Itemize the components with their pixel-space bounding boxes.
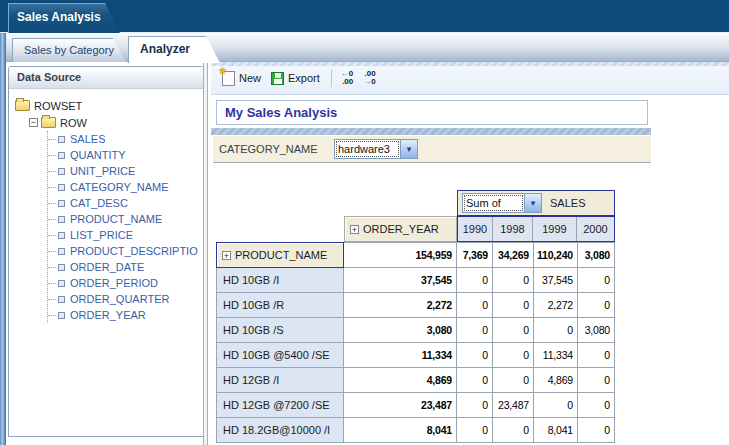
- star-icon: ★: [218, 65, 227, 76]
- row-label[interactable]: HD 12GB /I: [216, 368, 344, 393]
- total-cell: 34,269: [493, 242, 534, 268]
- tree-field-list: SALES QUANTITY UNIT_PRICE: [47, 131, 203, 323]
- tree-connector: [48, 315, 56, 316]
- field-icon: [58, 200, 65, 207]
- decorative-strip: [211, 128, 651, 135]
- chevron-down-icon[interactable]: ▾: [524, 194, 541, 212]
- panel-title: Data Source: [9, 67, 203, 89]
- data-cell: 0: [534, 318, 578, 343]
- tree-field-item[interactable]: CATEGORY_NAME: [48, 179, 203, 195]
- data-cell: 0: [578, 393, 615, 418]
- data-cell: 0: [578, 293, 615, 318]
- grand-total-cell: 154,959: [344, 242, 457, 268]
- data-cell: 11,334: [534, 343, 578, 368]
- expand-icon[interactable]: +: [222, 251, 231, 260]
- tree-field-item[interactable]: ORDER_DATE: [48, 259, 203, 275]
- app-window: Sales Analysis Sales by Category Analyze…: [0, 0, 729, 445]
- panel-splitter[interactable]: [203, 62, 208, 445]
- toolbar: ★ New Export ←0 .00 .00 →0: [211, 62, 729, 95]
- column-dimension-button[interactable]: + ORDER_YEAR: [344, 216, 457, 242]
- field-icon: [58, 280, 65, 287]
- year-column-header[interactable]: 1998: [493, 217, 533, 241]
- tree-field-item[interactable]: ORDER_QUARTER: [48, 291, 203, 307]
- row-label[interactable]: HD 12GB @7200 /SE: [216, 393, 344, 418]
- row-label[interactable]: HD 10GB /I: [216, 268, 344, 293]
- new-document-icon: ★: [222, 71, 235, 86]
- field-icon: [58, 264, 65, 271]
- tree-field-item[interactable]: QUANTITY: [48, 147, 203, 163]
- row-label[interactable]: HD 10GB /R: [216, 293, 344, 318]
- total-cell: 110,240: [534, 242, 578, 268]
- tree-node-label: ROW: [60, 117, 87, 129]
- field-icon: [58, 232, 65, 239]
- row-label[interactable]: HD 18.2GB@10000 /I: [216, 418, 344, 443]
- tree-field-item[interactable]: ORDER_YEAR: [48, 307, 203, 323]
- tree-connector: [48, 139, 56, 140]
- tree-field-item[interactable]: CAT_DESC: [48, 195, 203, 211]
- tab-sales-analysis[interactable]: Sales Analysis: [8, 3, 120, 33]
- data-cell: 0: [457, 268, 493, 293]
- category-select[interactable]: hardware3 ▾: [334, 139, 418, 159]
- decimal-digit: 0: [371, 77, 375, 86]
- tree-field-item[interactable]: PRODUCT_NAME: [48, 211, 203, 227]
- measure-name: SALES: [550, 197, 585, 209]
- tree-field-item[interactable]: UNIT_PRICE: [48, 163, 203, 179]
- tree-node-row[interactable]: − ROW: [15, 114, 203, 131]
- pivot-row: HD 18.2GB@10000 /I 8,041 0 0 8,041 0: [216, 418, 615, 443]
- report-title: My Sales Analysis: [216, 100, 648, 125]
- new-button[interactable]: ★ New: [217, 69, 266, 88]
- row-total-cell: 8,041: [344, 418, 457, 443]
- data-cell: 0: [457, 418, 493, 443]
- tree-connector: [48, 299, 56, 300]
- year-column-header[interactable]: 2000: [577, 217, 614, 241]
- tree-connector: [48, 171, 56, 172]
- tree-field-item[interactable]: ORDER_PERIOD: [48, 275, 203, 291]
- tree-field-item[interactable]: LIST_PRICE: [48, 227, 203, 243]
- year-column-header[interactable]: 1999: [533, 217, 577, 241]
- aggregation-select[interactable]: Sum of ▾: [462, 193, 542, 213]
- field-label: ORDER_DATE: [70, 261, 144, 273]
- pivot-row: HD 10GB @5400 /SE 11,334 0 0 11,334 0: [216, 343, 615, 368]
- filter-label: CATEGORY_NAME: [219, 143, 318, 155]
- field-label: UNIT_PRICE: [70, 165, 135, 177]
- row-total-cell: 3,080: [344, 318, 457, 343]
- export-button[interactable]: Export: [266, 70, 325, 87]
- top-navigation-bar: Sales Analysis: [0, 0, 729, 33]
- year-header-row: 1990 1998 1999 2000: [457, 216, 615, 242]
- toolbar-separator: [331, 69, 332, 87]
- field-label: PRODUCT_DESCRIPTIO: [70, 245, 198, 257]
- field-icon: [58, 168, 65, 175]
- row-dimension-button[interactable]: + PRODUCT_NAME: [216, 242, 344, 268]
- tree-field-item[interactable]: SALES: [48, 131, 203, 147]
- increase-decimal-button[interactable]: .00 →0: [363, 70, 375, 86]
- data-cell: 0: [493, 293, 534, 318]
- collapse-icon[interactable]: −: [29, 118, 38, 127]
- year-column-header[interactable]: 1990: [458, 217, 493, 241]
- tree-field-item[interactable]: PRODUCT_DESCRIPTIO: [48, 243, 203, 259]
- field-label: ORDER_YEAR: [70, 309, 146, 321]
- total-cell: 7,369: [457, 242, 493, 268]
- expand-icon[interactable]: +: [350, 225, 359, 234]
- row-dimension-label: PRODUCT_NAME: [235, 249, 327, 261]
- row-label[interactable]: HD 10GB /S: [216, 318, 344, 343]
- data-cell: 0: [493, 343, 534, 368]
- chevron-down-icon[interactable]: ▾: [400, 140, 417, 158]
- tree-connector: [48, 203, 56, 204]
- data-cell: 8,041: [534, 418, 578, 443]
- row-label[interactable]: HD 10GB @5400 /SE: [216, 343, 344, 368]
- analyzer-content: ★ New Export ←0 .00 .00 →0 My Sales Anal…: [211, 62, 729, 445]
- tree-node-rowset[interactable]: ROWSET: [15, 97, 203, 114]
- data-source-panel: Data Source ROWSET − ROW SALES: [8, 66, 204, 437]
- tab-analyzer[interactable]: Analyzer: [128, 36, 220, 63]
- decrease-decimal-button[interactable]: ←0 .00: [341, 70, 353, 86]
- tree-connector: [48, 219, 56, 220]
- field-label: LIST_PRICE: [70, 229, 133, 241]
- data-cell: 4,869: [534, 368, 578, 393]
- data-cell: 37,545: [534, 268, 578, 293]
- tree-connector: [48, 235, 56, 236]
- data-cell: 0: [457, 318, 493, 343]
- field-icon: [58, 184, 65, 191]
- data-cell: 0: [534, 393, 578, 418]
- total-cell: 3,080: [578, 242, 615, 268]
- tab-sales-by-category[interactable]: Sales by Category: [12, 38, 126, 62]
